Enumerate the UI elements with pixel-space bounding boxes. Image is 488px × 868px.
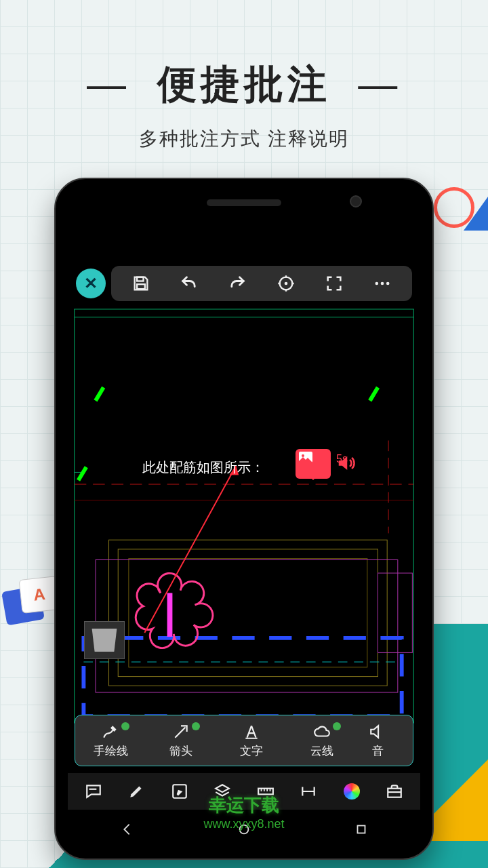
toolbar-pill: [111, 266, 412, 301]
svg-point-27: [302, 454, 304, 457]
cad-canvas[interactable]: 此处配筋如图所示： 5s: [68, 308, 420, 724]
svg-rect-16: [109, 540, 388, 686]
svg-rect-20: [96, 560, 398, 693]
close-icon: ✕: [84, 274, 98, 293]
tool-cloud[interactable]: 云线: [287, 715, 357, 766]
dash-left: —: [75, 62, 142, 106]
tool-label: 音: [372, 743, 384, 759]
svg-rect-17: [118, 549, 378, 677]
svg-point-4: [375, 282, 379, 285]
phone-speaker: [207, 199, 281, 206]
tool-audio[interactable]: 音: [357, 715, 398, 766]
top-toolbar: ✕: [76, 264, 412, 302]
svg-point-5: [381, 282, 384, 285]
image-attachment-badge[interactable]: [296, 449, 331, 479]
annotation-toolbar: 手绘线 箭头 文字 云线 音: [75, 715, 413, 766]
comment-icon[interactable]: [83, 781, 104, 802]
dimension-icon[interactable]: [298, 781, 319, 802]
decor-triangle: [464, 197, 488, 231]
color-wheel-icon[interactable]: [342, 781, 362, 802]
pencil-icon[interactable]: [126, 781, 146, 802]
close-button[interactable]: ✕: [76, 269, 106, 298]
phone-frame: ✕: [54, 178, 434, 860]
tool-text[interactable]: 文字: [216, 715, 287, 766]
tool-freehand[interactable]: 手绘线: [75, 715, 146, 766]
cloud-icon: [312, 723, 332, 741]
edit-square-icon[interactable]: [169, 781, 190, 802]
new-badge: [333, 722, 341, 730]
svg-rect-0: [137, 277, 143, 281]
headline-subtitle: 多种批注方式 注释说明: [0, 126, 488, 152]
thumbnail-shape: [91, 629, 118, 652]
audio-attachment-badge[interactable]: 5s: [336, 453, 348, 465]
tool-label: 文字: [240, 743, 263, 759]
more-icon[interactable]: [373, 274, 392, 293]
svg-rect-22: [83, 638, 401, 716]
undo-icon[interactable]: [180, 274, 199, 293]
layer-thumbnail[interactable]: [84, 621, 125, 659]
svg-line-12: [79, 467, 87, 481]
phone-camera: [350, 195, 362, 208]
dash-right: —: [346, 62, 413, 106]
promo-headline: — 便捷批注 — 多种批注方式 注释说明: [0, 58, 488, 152]
svg-point-3: [284, 282, 287, 285]
target-icon[interactable]: [277, 274, 296, 293]
decor-translate: A: [0, 576, 61, 631]
toolbox-icon[interactable]: [384, 781, 405, 802]
audio-icon: [367, 723, 388, 741]
headline-title: — 便捷批注 —: [0, 58, 488, 111]
tool-label: 手绘线: [94, 743, 128, 759]
redo-icon[interactable]: [228, 274, 247, 293]
tool-arrow[interactable]: 箭头: [146, 715, 216, 766]
freehand-icon: [100, 723, 121, 741]
tool-label: 箭头: [169, 743, 192, 759]
new-badge: [192, 722, 200, 730]
new-badge: [121, 722, 129, 730]
speaker-icon: [336, 453, 357, 473]
cad-svg: [68, 308, 420, 724]
text-icon: [241, 723, 262, 741]
arrow-icon: [171, 723, 191, 741]
save-icon[interactable]: [131, 274, 150, 293]
svg-rect-7: [75, 309, 414, 723]
svg-rect-1: [137, 284, 145, 289]
app-screen: ✕: [68, 232, 420, 846]
svg-line-11: [370, 387, 378, 401]
watermark-url: www.xyxy8.net: [203, 817, 284, 831]
watermark-title: 幸运下载: [203, 793, 284, 817]
headline-text: 便捷批注: [157, 62, 331, 106]
nav-recent-icon[interactable]: [354, 822, 369, 837]
tool-label: 云线: [310, 743, 333, 759]
annotation-text[interactable]: 此处配筋如图所示：: [142, 458, 264, 477]
svg-rect-35: [358, 826, 365, 833]
svg-rect-21: [378, 573, 412, 652]
image-icon: [296, 449, 316, 465]
svg-line-10: [96, 387, 104, 401]
svg-point-6: [386, 282, 390, 285]
fullscreen-icon[interactable]: [325, 274, 344, 293]
watermark: 幸运下载 www.xyxy8.net: [203, 793, 284, 831]
nav-back-icon[interactable]: [119, 822, 134, 837]
